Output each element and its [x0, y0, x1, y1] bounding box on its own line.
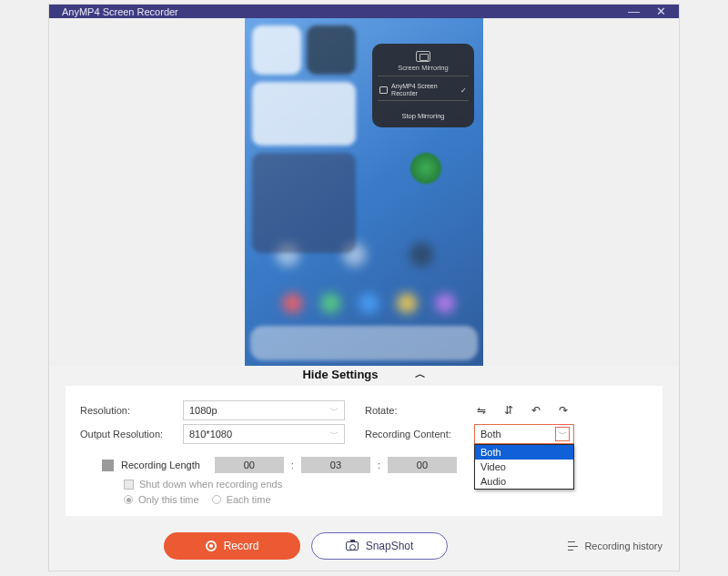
option-audio[interactable]: Audio: [475, 474, 573, 489]
rotate-left-icon[interactable]: ↶: [529, 404, 543, 417]
monitor-icon: [379, 86, 388, 94]
chevron-down-icon: ﹀: [330, 429, 339, 440]
flip-horizontal-icon[interactable]: ⇋: [474, 404, 489, 417]
record-button[interactable]: Record: [164, 532, 300, 560]
shutdown-checkbox[interactable]: [124, 480, 134, 490]
screen-mirroring-popup: Screen Mirroring AnyMP4 Screen Recorder …: [372, 44, 474, 126]
option-both[interactable]: Both: [475, 445, 573, 460]
recording-content-select[interactable]: Both ﹀: [474, 424, 574, 444]
hours-input[interactable]: 00: [215, 457, 284, 473]
check-icon: ✓: [460, 86, 467, 95]
titlebar: AnyMP4 Screen Recorder — ✕: [49, 5, 679, 18]
recording-content-value: Both: [480, 429, 501, 440]
mirror-device-label: AnyMP4 Screen Recorder: [391, 83, 457, 96]
output-resolution-label: Output Resolution:: [80, 429, 176, 440]
output-resolution-value: 810*1080: [189, 429, 232, 440]
phone-preview: Screen Mirroring AnyMP4 Screen Recorder …: [245, 18, 483, 366]
only-this-time-label: Only this time: [138, 494, 199, 505]
close-icon[interactable]: ✕: [656, 5, 666, 18]
hide-settings-toggle[interactable]: Hide Settings ︿: [49, 366, 679, 382]
recording-content-label: Recording Content:: [365, 429, 467, 440]
hide-settings-label: Hide Settings: [302, 368, 378, 381]
minimize-icon[interactable]: —: [628, 5, 640, 18]
app-title: AnyMP4 Screen Recorder: [62, 6, 178, 17]
recording-content-dropdown: Both Video Audio: [474, 444, 574, 490]
record-icon: [206, 541, 217, 551]
call-icon: [410, 153, 441, 184]
cast-icon: [416, 51, 430, 62]
stop-mirroring[interactable]: Stop Mirroring: [378, 101, 469, 120]
dock: [250, 326, 478, 360]
chevron-down-icon: ﹀: [555, 427, 570, 441]
resolution-select[interactable]: 1080p ﹀: [183, 400, 345, 420]
mirror-heading: Screen Mirroring: [378, 64, 469, 76]
recording-length-checkbox[interactable]: [102, 460, 114, 471]
only-this-time-radio[interactable]: [124, 495, 133, 504]
chevron-down-icon: ﹀: [330, 405, 339, 417]
camera-icon: [346, 541, 359, 551]
app-window: AnyMP4 Screen Recorder — ✕ Screen Mirror…: [48, 4, 680, 571]
each-time-label: Each time: [227, 494, 271, 505]
recording-length-label: Recording Length: [121, 460, 200, 470]
snapshot-label: SnapShot: [366, 540, 414, 552]
rotate-right-icon[interactable]: ↷: [556, 404, 571, 417]
rotate-label: Rotate:: [365, 405, 467, 416]
preview-area: Screen Mirroring AnyMP4 Screen Recorder …: [49, 18, 679, 366]
chevron-up-icon: ︿: [415, 367, 426, 382]
bottom-bar: Record SnapShot Recording history: [49, 525, 679, 571]
recording-history-link[interactable]: Recording history: [568, 541, 662, 551]
home-widget: [307, 25, 356, 75]
minutes-input[interactable]: 03: [301, 457, 370, 473]
output-resolution-select[interactable]: 810*1080 ﹀: [183, 424, 345, 444]
list-icon: [568, 541, 579, 551]
resolution-label: Resolution:: [80, 405, 176, 416]
home-widget: [252, 153, 356, 253]
mirror-device[interactable]: AnyMP4 Screen Recorder ✓: [378, 80, 469, 100]
option-video[interactable]: Video: [475, 460, 573, 474]
recording-history-label: Recording history: [584, 541, 662, 551]
home-widget: [252, 25, 301, 75]
record-label: Record: [224, 540, 259, 552]
each-time-radio[interactable]: [212, 495, 221, 504]
settings-panel: Resolution: 1080p ﹀ Rotate: ⇋ ⇵ ↶ ↷ Outp…: [66, 386, 662, 516]
home-widget: [252, 82, 356, 146]
flip-vertical-icon[interactable]: ⇵: [501, 404, 516, 417]
snapshot-button[interactable]: SnapShot: [311, 532, 448, 560]
seconds-input[interactable]: 00: [388, 457, 457, 473]
resolution-value: 1080p: [189, 405, 217, 416]
shutdown-label: Shut down when recording ends: [139, 479, 282, 490]
